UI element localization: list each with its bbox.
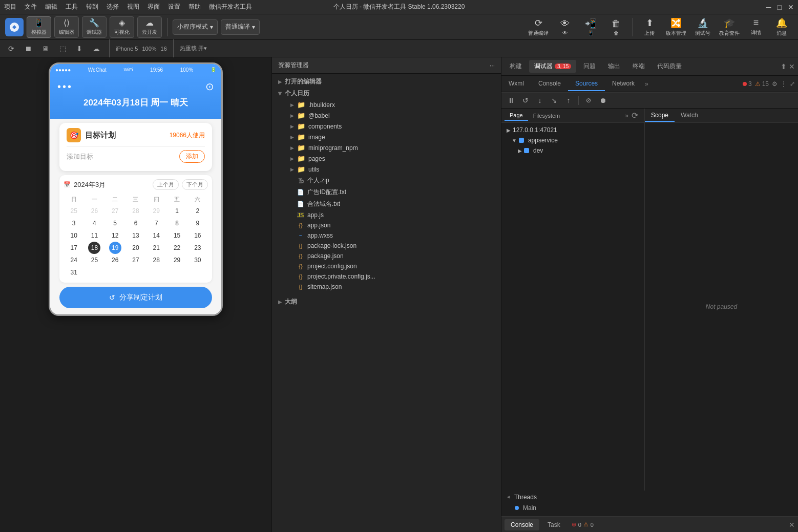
opened-editors-section[interactable]: ▶ 打开的编辑器 (272, 76, 501, 88)
cal-day[interactable]: 22 (166, 242, 187, 254)
left-tab-page[interactable]: Page (505, 111, 528, 121)
phone-nav-scan[interactable]: ⊙ (205, 80, 214, 93)
preview-button[interactable]: 👁 👁 (554, 16, 576, 38)
cal-day[interactable]: 11 (84, 229, 104, 242)
debug-resume-btn[interactable]: ↺ (520, 95, 531, 106)
cal-day-selected[interactable]: 19 (109, 242, 121, 254)
cal-day[interactable]: 14 (146, 229, 166, 242)
cal-day[interactable]: 1 (166, 205, 187, 217)
menu-item-settings[interactable]: 设置 (168, 3, 180, 11)
tab-debugger[interactable]: 调试器 3, 15 (529, 60, 576, 73)
file-babel[interactable]: ▶ 📁 @babel (272, 110, 501, 121)
upload-button[interactable]: ⬆ 上传 (638, 16, 661, 38)
next-month-button[interactable]: 下个月 (182, 179, 208, 190)
tree-node-dev[interactable]: ▶ dev (503, 145, 642, 156)
cal-day[interactable]: 23 (187, 242, 208, 254)
bottom-close-btn[interactable]: ✕ (789, 521, 795, 529)
win-maximize[interactable]: □ (778, 3, 782, 11)
cal-day[interactable]: 20 (125, 242, 146, 254)
hot-reload-toggle[interactable]: 热重载 开▾ (180, 45, 207, 52)
bottom-tab-task[interactable]: Task (541, 519, 566, 530)
bottom-tab-console[interactable]: Console (505, 519, 539, 530)
cal-day[interactable]: 29 (166, 254, 187, 266)
details-button[interactable]: ≡ 详情 (745, 16, 767, 38)
messages-button[interactable]: 🔔 消息 (770, 16, 793, 38)
cal-day-today[interactable]: 18 (88, 242, 100, 254)
menu-item-file[interactable]: 文件 (25, 3, 37, 11)
menu-item-help[interactable]: 帮助 (188, 3, 201, 11)
file-ad-config[interactable]: ▶ 📄 广告ID配置.txt (272, 186, 501, 198)
devtools-close-btn[interactable]: ✕ (789, 62, 795, 71)
cal-day[interactable]: 25 (84, 254, 104, 266)
version-button[interactable]: 🔀 版本管理 (664, 16, 688, 38)
sub-tab-sources[interactable]: Sources (568, 77, 605, 91)
education-button[interactable]: 🎓 教育套件 (717, 16, 742, 38)
cal-day[interactable]: 26 (105, 254, 125, 266)
cal-day[interactable]: 30 (187, 254, 208, 266)
clear-cache-button[interactable]: 🗑 🗑 (605, 16, 627, 38)
cal-day[interactable]: 9 (187, 217, 208, 229)
menu-item-goto[interactable]: 转到 (86, 3, 98, 11)
file-miniprogram-npm[interactable]: ▶ 📁 miniprogram_npm (272, 142, 501, 153)
devtools-expand-icon[interactable]: ⤢ (790, 80, 795, 88)
cal-day[interactable]: 29 (146, 205, 166, 217)
cal-day[interactable]: 15 (166, 229, 187, 242)
sub-tab-console[interactable]: Console (531, 77, 568, 91)
cal-day[interactable]: 28 (146, 254, 166, 266)
menu-item-interface[interactable]: 界面 (148, 3, 160, 11)
cal-day[interactable]: 6 (125, 217, 146, 229)
cal-day[interactable]: 5 (105, 217, 125, 229)
cal-day[interactable]: 12 (105, 229, 125, 242)
cal-day[interactable]: 2 (187, 205, 208, 217)
resource-manager-more[interactable]: ··· (490, 62, 495, 69)
download-button[interactable]: ⬇ (73, 44, 86, 54)
cal-day[interactable]: 31 (64, 266, 84, 279)
cal-day[interactable]: 7 (146, 217, 166, 229)
phone-nav-dots[interactable]: ••• (57, 81, 73, 93)
tab-terminal[interactable]: 终端 (627, 60, 650, 73)
file-legal-domain[interactable]: ▶ 📄 合法域名.txt (272, 198, 501, 210)
file-package-lock[interactable]: ▶ {} package-lock.json (272, 241, 501, 251)
file-components[interactable]: ▶ 📁 components (272, 121, 501, 132)
wifi-button[interactable]: ☁ (90, 44, 103, 54)
project-section[interactable]: ▶ 个人日历 (272, 88, 501, 99)
phone-add-button[interactable]: 添加 (179, 150, 205, 163)
thread-main[interactable]: Main (507, 503, 793, 513)
file-pages[interactable]: ▶ 📁 pages (272, 153, 501, 164)
cal-day[interactable]: 16 (187, 229, 208, 242)
left-tab-filesystem[interactable]: Filesystem (528, 111, 565, 120)
sw-tab-scope[interactable]: Scope (645, 110, 675, 122)
cal-day[interactable]: 4 (84, 217, 104, 229)
win-minimize[interactable]: ─ (766, 3, 771, 11)
menu-item-project[interactable]: 项目 (4, 3, 16, 11)
debug-step-into-btn[interactable]: ↘ (549, 95, 560, 106)
cal-day[interactable]: 10 (64, 229, 84, 242)
cal-day[interactable]: 25 (64, 205, 84, 217)
tab-build[interactable]: 构建 (505, 60, 527, 73)
compile-button[interactable]: ⟳ 普通编译 (526, 16, 551, 38)
test-button[interactable]: 🔬 测试号 (691, 16, 714, 38)
cal-day[interactable]: 27 (125, 254, 146, 266)
tree-node-appservice[interactable]: ▼ appservice (503, 135, 642, 145)
debug-pause-btn[interactable]: ⏸ (506, 95, 517, 106)
cloud-button[interactable]: ☁ 云开发 (137, 16, 162, 38)
cal-day[interactable]: 17 (64, 242, 84, 254)
sub-tabs-more[interactable]: » (642, 77, 652, 91)
refresh-button[interactable]: ⟳ (5, 44, 17, 54)
win-close[interactable]: ✕ (788, 3, 794, 11)
menu-item-tools[interactable]: 工具 (66, 3, 78, 11)
cal-day[interactable]: 13 (125, 229, 146, 242)
file-project-config[interactable]: ▶ {} project.config.json (272, 261, 501, 271)
sub-tab-network[interactable]: Network (605, 77, 642, 91)
devtools-settings-icon[interactable]: ⚙ (772, 80, 778, 88)
sw-tab-watch[interactable]: Watch (675, 110, 704, 122)
cal-day[interactable]: 8 (166, 217, 187, 229)
screen-button[interactable]: 🖥 (39, 44, 52, 54)
debug-step-out-btn[interactable]: ↑ (563, 95, 574, 106)
sync-icon[interactable]: ⟳ (632, 111, 638, 120)
cal-day[interactable]: 3 (64, 217, 84, 229)
menu-item-devtool[interactable]: 微信开发者工具 (209, 3, 252, 11)
cal-day[interactable]: 28 (125, 205, 146, 217)
file-utils[interactable]: ▶ 📁 utils (272, 164, 501, 175)
menu-item-select[interactable]: 选择 (107, 3, 119, 11)
